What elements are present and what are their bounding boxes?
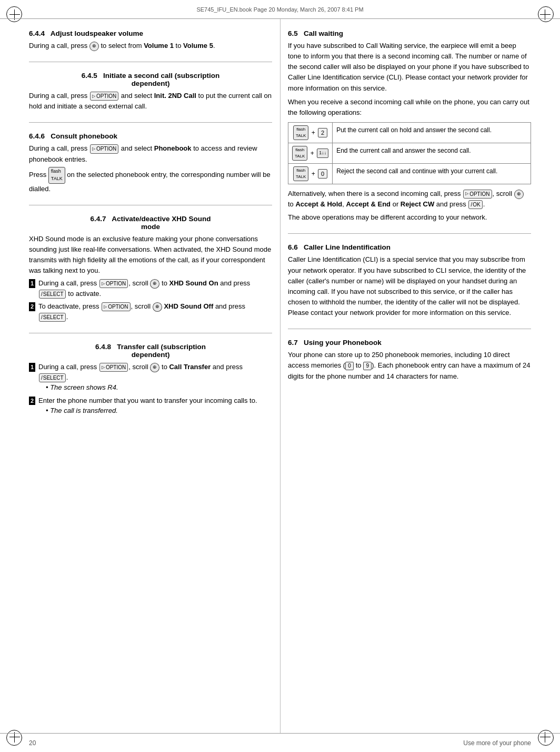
num-key-0: 0 — [318, 169, 327, 179]
section-647-step2: 2 To deactivate, press OPTION, scroll ⊕ … — [29, 301, 272, 322]
header-bar: SE745_IFU_EN.book Page 20 Monday, March … — [0, 0, 560, 19]
section-648-title: 6.4.8 Transfer call (subscriptiondepende… — [29, 343, 272, 359]
scroll-65: ⊕ — [514, 190, 524, 199]
flash-icon-1: flashTALK — [293, 125, 308, 140]
flash-key-646: flashTALK — [48, 167, 65, 184]
option-key-65: OPTION — [463, 190, 492, 199]
header-text: SE745_IFU_EN.book Page 20 Monday, March … — [196, 6, 363, 13]
section-648-step2: 2 Enter the phone number that you want t… — [29, 395, 272, 416]
bullet-648-2: The call is transferred. — [38, 405, 272, 416]
step-text-648-2: Enter the phone number that you want to … — [38, 395, 272, 416]
flash-icon-3: flashTALK — [293, 166, 308, 181]
ok-key-65: OK — [468, 200, 482, 210]
end-key: 1↓↓ — [317, 149, 328, 158]
cw-desc-2: End the current call and answer the seco… — [333, 143, 531, 163]
section-647: 6.4.7 Activate/deactive XHD Soundmode XH… — [29, 215, 272, 334]
section-67-title: 6.7 Using your Phonebook — [288, 339, 531, 347]
section-65-title: 6.5 Call waiting — [288, 29, 531, 37]
section-646: 6.4.6 Consult phonebook During a call, p… — [29, 132, 272, 205]
footer-right-text: Use more of your phone — [463, 739, 531, 747]
select-key-647a: SELECT — [39, 290, 66, 299]
plus-2: + — [311, 149, 314, 158]
option-key-646: OPTION — [90, 144, 118, 154]
step-num-2: 2 — [29, 302, 35, 311]
footer-bar: 20 Use more of your phone — [0, 733, 560, 752]
step-text-1: During a call, press OPTION, scroll ⊕ to… — [38, 278, 272, 299]
right-column: 6.5 Call waiting If you have subscribed … — [288, 19, 531, 733]
section-67-body: Your phone can store up to 250 phonebook… — [288, 350, 531, 381]
section-66-title: 6.6 Caller Line Indentification — [288, 243, 531, 251]
cw-desc-3: Reject the second call and continue with… — [333, 163, 531, 184]
section-65-body2: When you receive a second incoming call … — [288, 97, 531, 118]
section-65-intro: If you have subscribed to Call Waiting s… — [288, 41, 531, 94]
section-65-note: The above operations may be different ac… — [288, 212, 531, 223]
cw-key-2: flashTALK + 1↓↓ — [288, 143, 333, 163]
section-66: 6.6 Caller Line Indentification Caller L… — [288, 243, 531, 329]
scroll-key-icon: ⊕ — [89, 42, 99, 51]
section-644: 6.4.4 Adjust loudspeaker volume During a… — [29, 29, 272, 62]
two-column-layout: 6.4.4 Adjust loudspeaker volume During a… — [29, 19, 531, 733]
flash-icon-2: flashTALK — [292, 146, 307, 161]
left-column: 6.4.4 Adjust loudspeaker volume During a… — [29, 19, 272, 733]
select-key-647b: SELECT — [39, 313, 66, 322]
section-646-title: 6.4.6 Consult phonebook — [29, 132, 272, 140]
section-644-title: 6.4.4 Adjust loudspeaker volume — [29, 29, 272, 37]
cw-key-1: flashTALK + 2 — [288, 122, 333, 143]
cw-desc-1: Put the current call on hold and answer … — [333, 122, 531, 143]
scroll-647b: ⊕ — [153, 302, 162, 312]
option-key-645: OPTION — [90, 92, 118, 101]
option-key-647b: OPTION — [102, 302, 130, 311]
cw-key-3: flashTALK + 0 — [288, 163, 333, 184]
section-647-title: 6.4.7 Activate/deactive XHD Soundmode — [29, 215, 272, 231]
step-num-648-2: 2 — [29, 397, 35, 405]
section-644-body: During a call, press ⊕ to select from Vo… — [29, 41, 272, 51]
page-number: 20 — [29, 739, 36, 747]
section-647-intro: XHD Sound mode is an exclusive feature m… — [29, 234, 272, 276]
step-num-648-1: 1 — [29, 363, 35, 372]
cw-row-2: flashTALK + 1↓↓ End the current call and… — [288, 143, 531, 163]
bullet-648-1: The screen shows R4. — [38, 382, 272, 393]
scroll-647a: ⊕ — [150, 279, 159, 289]
section-647-step1: 1 During a call, press OPTION, scroll ⊕ … — [29, 278, 272, 299]
option-key-648: OPTION — [99, 363, 128, 372]
scroll-648: ⊕ — [150, 363, 159, 372]
step-text-2: To deactivate, press OPTION, scroll ⊕ XH… — [38, 301, 272, 322]
num-key-zero: 0 — [345, 362, 354, 370]
section-66-body: Caller Line Identification (CLI) is a sp… — [288, 254, 531, 318]
section-645-body: During a call, press OPTION and select I… — [29, 91, 272, 112]
select-key-648: SELECT — [39, 373, 66, 382]
step-text-648-1: During a call, press OPTION, scroll ⊕ to… — [38, 362, 272, 393]
option-key-647a: OPTION — [99, 279, 128, 288]
step-num-1: 1 — [29, 279, 35, 288]
num-key-nine: 9 — [363, 362, 372, 370]
section-645: 6.4.5 Initiate a second call (subscripti… — [29, 72, 272, 123]
section-65-alt: Alternatively, when there is a second in… — [288, 189, 531, 210]
section-65: 6.5 Call waiting If you have subscribed … — [288, 29, 531, 234]
section-645-title: 6.4.5 Initiate a second call (subscripti… — [29, 72, 272, 87]
plus-1: + — [312, 128, 315, 137]
cw-row-1: flashTALK + 2 Put the current call on ho… — [288, 122, 531, 143]
call-waiting-table: flashTALK + 2 Put the current call on ho… — [288, 122, 531, 184]
section-646-body2: Press flashTALK on the selected phoneboo… — [29, 167, 272, 194]
plus-3: + — [312, 169, 315, 179]
section-646-body1: During a call, press OPTION and select P… — [29, 143, 272, 164]
section-648-step1: 1 During a call, press OPTION, scroll ⊕ … — [29, 362, 272, 393]
content-area: 6.4.4 Adjust loudspeaker volume During a… — [29, 19, 531, 733]
num-key-2: 2 — [318, 128, 327, 137]
section-67: 6.7 Using your Phonebook Your phone can … — [288, 339, 531, 392]
section-648: 6.4.8 Transfer call (subscriptiondepende… — [29, 343, 272, 427]
cw-row-3: flashTALK + 0 Reject the second call and… — [288, 163, 531, 184]
